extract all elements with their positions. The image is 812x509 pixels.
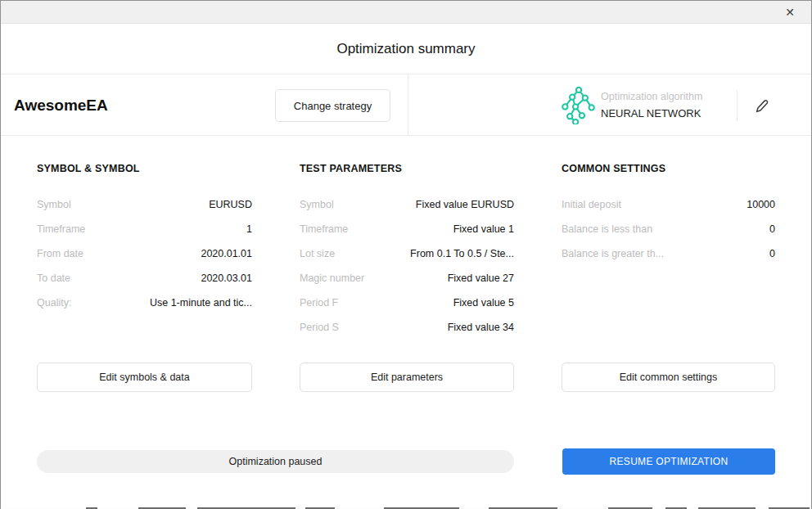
- param-value: From 0.1 To 0.5 / Ste...: [410, 248, 514, 259]
- optimization-status-badge: Optimization paused: [37, 450, 514, 473]
- param-value: 10000: [747, 199, 775, 210]
- change-strategy-button[interactable]: Change strategy: [275, 89, 390, 122]
- param-row: Period F Fixed value 5: [300, 291, 514, 315]
- strategy-name: AwesomeEA: [14, 97, 108, 115]
- param-row: Period S Fixed value 34: [300, 315, 514, 340]
- param-rows: Symbol Fixed value EURUSD Timeframe Fixe…: [300, 192, 514, 340]
- param-value: EURUSD: [209, 199, 252, 210]
- edit-common-settings-button[interactable]: Edit common settings: [562, 363, 775, 392]
- header-divider: [408, 75, 408, 136]
- param-label: Balance is less than: [562, 223, 652, 235]
- param-value: Fixed value EURUSD: [416, 199, 514, 210]
- param-value: 2020.01.01: [201, 248, 252, 259]
- optimization-summary-dialog: ✕ Optimization summary AwesomeEA Change …: [0, 0, 812, 509]
- edit-algorithm-button[interactable]: [750, 95, 774, 118]
- algorithm-text: Optimization algorithm NEURAL NETWORK: [601, 90, 702, 120]
- param-row: Symbol Fixed value EURUSD: [300, 192, 514, 217]
- algorithm-edit-divider: [737, 90, 738, 121]
- pencil-icon: [753, 97, 771, 115]
- param-row: Timeframe 1: [37, 217, 252, 241]
- algorithm-value: NEURAL NETWORK: [601, 107, 702, 120]
- neural-network-icon: [562, 86, 595, 124]
- strategy-header-row: AwesomeEA Change strategy Optimization a…: [1, 75, 811, 136]
- algorithm-label: Optimization algorithm: [601, 90, 702, 103]
- param-row: Symbol EURUSD: [37, 192, 252, 217]
- close-icon[interactable]: ✕: [775, 1, 805, 24]
- param-label: Symbol: [300, 199, 334, 210]
- param-rows: Initial deposit 10000 Balance is less th…: [562, 192, 775, 266]
- param-value: Fixed value 5: [453, 297, 514, 309]
- param-value: Fixed value 27: [448, 273, 514, 284]
- param-row: To date 2020.03.01: [37, 266, 252, 291]
- edit-parameters-button[interactable]: Edit parameters: [300, 363, 514, 392]
- algorithm-block: Optimization algorithm NEURAL NETWORK: [562, 86, 702, 124]
- param-label: Symbol: [37, 199, 71, 210]
- section-title: COMMON SETTINGS: [562, 163, 665, 174]
- param-row: Lot size From 0.1 To 0.5 / Ste...: [300, 241, 514, 266]
- param-label: Period F: [300, 297, 338, 309]
- param-label: Timeframe: [300, 223, 348, 235]
- edit-symbols-data-button[interactable]: Edit symbols & data: [37, 363, 252, 392]
- param-label: Initial deposit: [562, 199, 621, 210]
- param-value: Fixed value 1: [453, 223, 514, 235]
- param-row: Balance is greater th... 0: [562, 241, 775, 266]
- param-row: Balance is less than 0: [562, 217, 775, 241]
- param-label: Balance is greater th...: [562, 248, 664, 259]
- param-label: Timeframe: [37, 223, 85, 235]
- section-title: TEST PARAMETERS: [300, 163, 402, 174]
- param-row: Timeframe Fixed value 1: [300, 217, 514, 241]
- resume-optimization-button[interactable]: RESUME OPTIMIZATION: [562, 448, 775, 475]
- param-value: 0: [769, 223, 775, 235]
- param-label: To date: [37, 273, 70, 284]
- param-label: Period S: [300, 322, 339, 333]
- param-row: Initial deposit 10000: [562, 192, 775, 217]
- param-value: 2020.03.01: [201, 273, 252, 284]
- param-value: Fixed value 34: [448, 322, 514, 333]
- param-row: From date 2020.01.01: [37, 241, 252, 266]
- param-label: From date: [37, 248, 83, 259]
- window-titlebar: ✕: [1, 1, 811, 24]
- param-label: Magic number: [300, 273, 364, 284]
- param-value: 0: [769, 248, 775, 259]
- page-title: Optimization summary: [1, 24, 811, 74]
- param-label: Quality:: [37, 297, 71, 309]
- param-value: Use 1-minute and tic...: [150, 297, 252, 309]
- section-title: SYMBOL & SYMBOL: [37, 163, 140, 174]
- param-value: 1: [246, 223, 252, 235]
- param-label: Lot size: [300, 248, 335, 259]
- param-row: Quality: Use 1-minute and tic...: [37, 291, 252, 315]
- param-row: Magic number Fixed value 27: [300, 266, 514, 291]
- param-rows: Symbol EURUSD Timeframe 1 From date 2020…: [37, 192, 252, 315]
